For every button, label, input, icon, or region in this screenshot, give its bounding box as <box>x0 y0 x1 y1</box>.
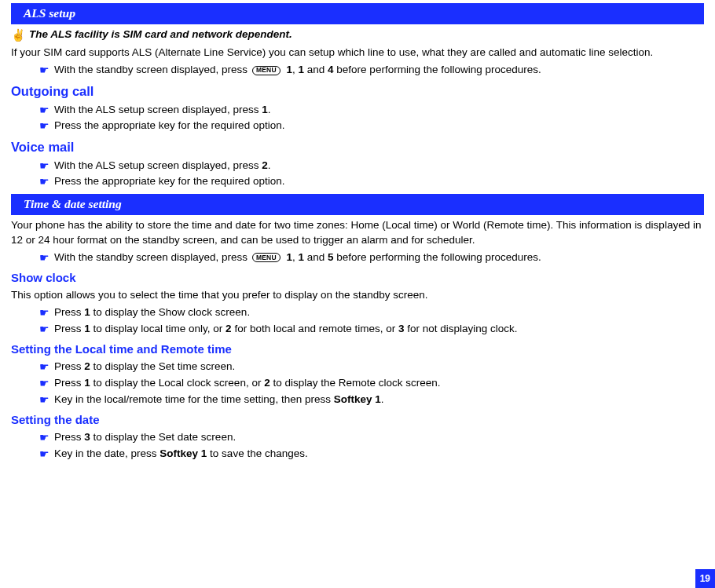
key: Softkey 1 <box>160 447 207 459</box>
section-header-als: ALS setup <box>11 3 704 24</box>
list-item: ☛ Press 1 to display the Local clock scr… <box>11 376 704 391</box>
pointer-icon: ☛ <box>39 103 50 118</box>
heading-show-clock: Show clock <box>11 270 704 286</box>
text: to display the Set time screen. <box>90 360 236 372</box>
als-note-text: The ALS facility is SIM card and network… <box>29 27 292 42</box>
text: Press <box>54 323 84 334</box>
text: With the standby screen displayed, press <box>54 64 251 75</box>
menu-button-icon: MENU <box>252 66 280 75</box>
key-3: 5 <box>328 251 334 263</box>
text: . <box>381 393 384 405</box>
text: to save the changes. <box>207 447 307 459</box>
text: . <box>268 159 271 171</box>
text: before performing the following procedur… <box>336 64 541 75</box>
show-clock-intro: This option allows you to select the tim… <box>11 288 704 302</box>
list-item: ☛ With the ALS setup screen displayed, p… <box>11 103 704 118</box>
pointer-icon: ☛ <box>39 119 50 133</box>
list-item: ☛ Press 1 to display local time only, or… <box>11 322 704 337</box>
text: Press the appropriate key for the requir… <box>54 119 284 133</box>
text: Press <box>54 360 84 372</box>
key: 2 <box>264 377 270 389</box>
list-item: ☛ Key in the date, press Softkey 1 to sa… <box>11 447 704 462</box>
text: for both local and remote times, or <box>232 323 398 334</box>
key-2: 1 <box>299 251 305 263</box>
als-note: ✌ The ALS facility is SIM card and netwo… <box>11 27 704 43</box>
menu-button-icon: MENU <box>252 253 280 262</box>
text: to display the Show clock screen. <box>90 306 250 318</box>
key: 2 <box>262 159 268 171</box>
key: 1 <box>262 104 268 115</box>
key-3: 4 <box>328 64 334 75</box>
text: to display local time only, or <box>90 323 226 334</box>
text: to display the Set date screen. <box>90 431 236 443</box>
key: 1 <box>84 306 90 318</box>
text: to display the Local clock screen, or <box>90 377 264 389</box>
list-item: ☛ Press the appropriate key for the requ… <box>11 119 704 133</box>
als-intro: If your SIM card supports ALS (Alternate… <box>11 46 704 60</box>
time-menu-step: ☛ With the standby screen displayed, pre… <box>11 250 704 265</box>
time-intro: Your phone has the ability to store the … <box>11 218 704 247</box>
key: 2 <box>84 360 90 372</box>
key: 1 <box>84 323 90 334</box>
section-header-time: Time & date setting <box>11 194 704 215</box>
pointer-icon: ☛ <box>39 393 50 407</box>
als-menu-steps: ☛ With the standby screen displayed, pre… <box>11 63 704 78</box>
als-menu-step: ☛ With the standby screen displayed, pre… <box>11 63 704 78</box>
pointer-icon: ☛ <box>39 305 50 320</box>
list-item: ☛ Press 1 to display the Show clock scre… <box>11 305 704 320</box>
key-2: 1 <box>299 64 305 75</box>
pointer-icon: ☛ <box>39 174 50 189</box>
text: With the ALS setup screen displayed, pre… <box>54 104 262 115</box>
text: Press <box>54 431 84 443</box>
pointer-icon: ☛ <box>39 360 50 374</box>
list-item: ☛ Key in the local/remote time for the t… <box>11 393 704 407</box>
text: . <box>268 104 271 115</box>
pointer-icon: ☛ <box>39 447 50 462</box>
key: Softkey 1 <box>334 393 381 405</box>
text: Press <box>54 377 84 389</box>
key: 1 <box>84 377 90 389</box>
key: 3 <box>84 431 90 443</box>
list-item: ☛ Press 2 to display the Set time screen… <box>11 360 704 374</box>
heading-set-time: Setting the Local time and Remote time <box>11 341 704 357</box>
key-1: 1 <box>286 251 292 263</box>
text: Press the appropriate key for the requir… <box>54 174 284 188</box>
pointer-icon: ☛ <box>39 322 50 337</box>
text: for not displaying clock. <box>405 323 518 334</box>
text: With the standby screen displayed, press <box>54 251 251 263</box>
heading-voice-mail: Voice mail <box>11 138 704 155</box>
key: 3 <box>398 323 405 334</box>
pointer-icon: ☛ <box>39 430 50 445</box>
hand-icon: ✌ <box>11 27 26 43</box>
text: Key in the date, press <box>54 447 160 459</box>
pointer-icon: ☛ <box>39 159 50 173</box>
list-item: ☛ Press 3 to display the Set date screen… <box>11 430 704 445</box>
heading-outgoing-call: Outgoing call <box>11 82 704 100</box>
heading-set-date: Setting the date <box>11 412 704 428</box>
text: Press <box>54 306 84 318</box>
page-number: 19 <box>695 569 715 588</box>
pointer-icon: ☛ <box>39 376 50 391</box>
list-item: ☛ With the ALS setup screen displayed, p… <box>11 159 704 173</box>
pointer-icon: ☛ <box>39 63 50 78</box>
text: to display the Remote clock screen. <box>270 377 441 389</box>
key: 2 <box>226 323 232 334</box>
key-1: 1 <box>286 64 292 75</box>
list-item: ☛ Press the appropriate key for the requ… <box>11 174 704 189</box>
text: Key in the local/remote time for the tim… <box>54 393 334 405</box>
text: before performing the following procedur… <box>336 251 541 263</box>
text: With the ALS setup screen displayed, pre… <box>54 159 262 171</box>
pointer-icon: ☛ <box>39 250 50 265</box>
